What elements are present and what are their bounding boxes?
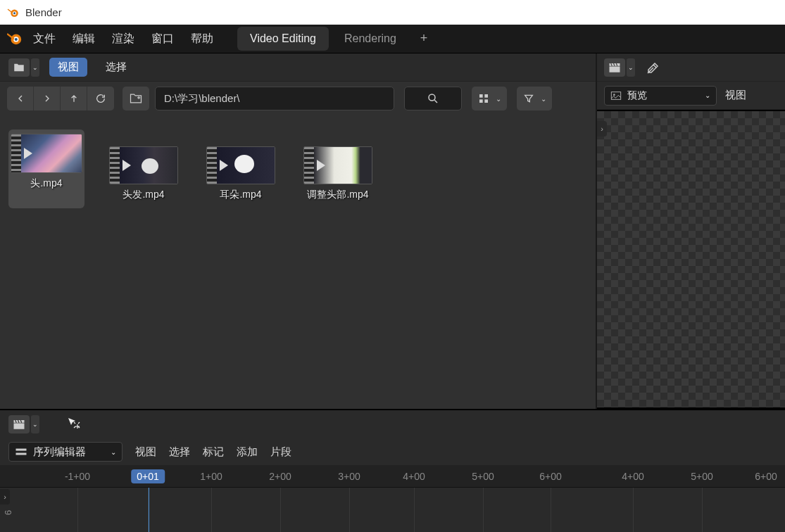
- timeline-tick: 5+00: [691, 471, 713, 482]
- preview-mode-dropdown[interactable]: 预览 ⌄: [604, 86, 717, 106]
- path-input[interactable]: [155, 87, 394, 110]
- view-mode-button[interactable]: 视图: [49, 58, 87, 77]
- timeline-tick: 2+00: [269, 471, 291, 482]
- clapper-icon: [13, 419, 25, 430]
- file-thumbnail: [206, 146, 275, 184]
- new-folder-icon: [129, 91, 143, 106]
- window-titlebar: Blender: [0, 0, 785, 25]
- eyedropper-icon: [645, 59, 662, 76]
- chevron-down-icon: ⌄: [705, 91, 710, 99]
- filter-icon: [520, 89, 538, 108]
- nav-refresh-button[interactable]: [87, 87, 114, 110]
- gridline: [211, 488, 212, 532]
- menu-edit[interactable]: 编辑: [73, 32, 95, 46]
- sequencer-mode-dropdown[interactable]: 序列编辑器 ⌄: [8, 442, 123, 462]
- seq-menu-strip[interactable]: 片段: [270, 445, 291, 459]
- timeline-tick: 6+00: [539, 471, 562, 482]
- sequencer-mode-label: 序列编辑器: [33, 445, 86, 459]
- panel-expand-handle[interactable]: ›: [597, 121, 607, 137]
- file-item[interactable]: 调整头部.mp4: [300, 129, 376, 208]
- seq-menu-select[interactable]: 选择: [169, 445, 190, 459]
- timeline-tick: 4+00: [622, 471, 644, 482]
- tab-add-button[interactable]: +: [412, 27, 437, 51]
- timeline-tick: 3+00: [338, 471, 360, 482]
- search-button[interactable]: [404, 87, 462, 110]
- playhead-indicator[interactable]: 0+01: [131, 469, 165, 483]
- nav-up-button[interactable]: [61, 87, 87, 110]
- menu-file[interactable]: 文件: [33, 32, 56, 46]
- sequencer-menubar: 序列编辑器 ⌄ 视图 选择 标记 添加 片段: [0, 438, 785, 465]
- preview-view-menu[interactable]: 视图: [725, 89, 746, 102]
- svg-point-14: [613, 94, 615, 96]
- file-item[interactable]: 头发.mp4: [106, 129, 182, 208]
- file-browser-panel: ⌄ 视图 选择 ⌄: [0, 53, 597, 409]
- file-item[interactable]: 耳朵.mp4: [203, 129, 279, 208]
- nav-forward-button[interactable]: [34, 87, 61, 110]
- seq-menu-view[interactable]: 视图: [135, 445, 156, 459]
- editor-type-selector[interactable]: [8, 58, 30, 77]
- timeline-tick: 4+00: [403, 471, 425, 482]
- menu-help[interactable]: 帮助: [191, 32, 213, 46]
- main-menubar: 文件 编辑 渲染 窗口 帮助 Video Editing Rendering +: [0, 25, 785, 53]
- gridline: [702, 488, 703, 532]
- panel-expand-handle[interactable]: ›: [0, 489, 10, 505]
- new-folder-button[interactable]: [123, 87, 149, 110]
- preview-mode-label: 预览: [627, 89, 647, 102]
- editor-type-dropdown[interactable]: ⌄: [31, 58, 39, 77]
- chevron-down-icon: ⌄: [111, 448, 116, 456]
- preview-viewport[interactable]: ›: [597, 110, 785, 409]
- file-thumbnail: [303, 146, 372, 184]
- clapper-icon: [608, 62, 621, 73]
- svg-point-6: [429, 94, 435, 101]
- blender-logo-icon: [7, 6, 20, 19]
- chevron-down-icon: ⌄: [538, 95, 549, 103]
- sequencer-editor-selector[interactable]: [8, 415, 30, 433]
- gridline: [414, 488, 415, 532]
- eyedropper-button[interactable]: [645, 59, 662, 76]
- nav-back-button[interactable]: [7, 87, 34, 110]
- grid-view-icon: [475, 89, 493, 108]
- folder-icon: [13, 61, 25, 74]
- svg-rect-17: [16, 449, 27, 451]
- sequencer-panel: ⌄ 序列编辑器 ⌄ 视图 选择 标记 添加 片段 0+01 -1+001+002…: [0, 409, 785, 532]
- file-browser-toolbar: ⌄ ⌄: [0, 82, 596, 115]
- preview-subheader: 预览 ⌄ 视图: [597, 82, 785, 110]
- file-browser-content[interactable]: 头.mp4 头发.mp4 耳朵.mp4 调整头部.mp4: [0, 115, 596, 409]
- sequencer-editor-dropdown[interactable]: ⌄: [31, 415, 39, 433]
- sequencer-timeline-ruler[interactable]: 0+01 -1+001+002+003+004+005+006+004+005+…: [0, 465, 785, 488]
- blender-icon[interactable]: [7, 31, 23, 46]
- tab-video-editing[interactable]: Video Editing: [237, 27, 329, 51]
- cursor-tool-button[interactable]: [65, 416, 82, 433]
- preview-header: ⌄: [597, 53, 785, 82]
- file-thumbnail: [109, 146, 178, 184]
- file-item[interactable]: 头.mp4: [8, 129, 84, 208]
- workspace: ⌄ 视图 选择 ⌄: [0, 53, 785, 409]
- seq-menu-marker[interactable]: 标记: [203, 445, 224, 459]
- channel-number: 6: [3, 510, 13, 515]
- window-title: Blender: [25, 6, 62, 18]
- file-name-label: 调整头部.mp4: [307, 189, 368, 201]
- image-icon: [610, 91, 622, 101]
- svg-point-2: [13, 12, 15, 14]
- seq-menu-add[interactable]: 添加: [237, 445, 258, 459]
- file-name-label: 耳朵.mp4: [220, 189, 261, 201]
- svg-point-5: [15, 38, 18, 41]
- preview-editor-dropdown[interactable]: ⌄: [627, 58, 635, 77]
- gridline: [77, 488, 78, 532]
- display-mode-selector[interactable]: ⌄: [472, 87, 507, 110]
- select-menu[interactable]: 选择: [97, 58, 135, 77]
- svg-rect-11: [610, 66, 620, 72]
- filter-button[interactable]: ⌄: [517, 87, 552, 110]
- timeline-tick: 1+00: [200, 471, 222, 482]
- sequencer-strips-area[interactable]: › 6: [0, 488, 785, 532]
- gridline: [483, 488, 484, 532]
- menu-render[interactable]: 渲染: [112, 32, 134, 46]
- svg-rect-7: [479, 94, 483, 98]
- file-name-label: 头.mp4: [30, 177, 62, 190]
- svg-rect-9: [479, 99, 483, 103]
- cursor-move-icon: [65, 416, 82, 433]
- gridline: [633, 488, 634, 532]
- tab-rendering[interactable]: Rendering: [332, 27, 409, 51]
- preview-editor-selector[interactable]: [604, 58, 625, 77]
- menu-window[interactable]: 窗口: [151, 32, 174, 46]
